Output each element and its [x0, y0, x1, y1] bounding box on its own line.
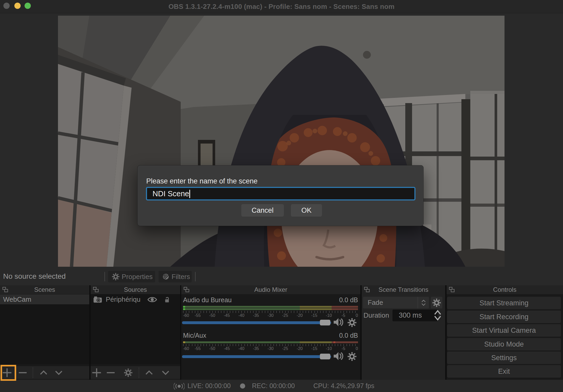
sources-toolbar — [91, 366, 180, 379]
source-label: Périphériqu — [106, 294, 145, 305]
dock-icon — [449, 287, 455, 293]
properties-button[interactable]: Properties — [108, 271, 155, 282]
speaker-icon[interactable] — [333, 317, 344, 327]
chevron-down-icon — [434, 315, 442, 321]
gear-icon[interactable] — [347, 318, 357, 327]
duration-label: Duration — [363, 309, 389, 322]
meter-tick-labels: -60-55-50-45-40-35-30-25-20-15-10-50 — [183, 346, 358, 351]
tick-label: -55 — [195, 313, 201, 318]
live-time: LIVE: 00:00:00 — [187, 380, 231, 392]
scene-move-up-button[interactable] — [38, 367, 49, 378]
rec-time: REC: 00:00:00 — [252, 380, 295, 392]
remove-source-button[interactable] — [105, 367, 116, 378]
tick-label: -50 — [209, 313, 215, 318]
audio-mixer-panel-header: Audio Mixer — [181, 285, 360, 294]
cancel-button[interactable]: Cancel — [241, 204, 284, 217]
chevron-up-icon — [39, 368, 48, 377]
duration-stepper[interactable] — [433, 309, 442, 322]
controls-panel-header: Controls — [447, 285, 563, 294]
remove-scene-button[interactable] — [17, 367, 28, 378]
filters-button[interactable]: Filters — [159, 271, 192, 282]
volume-row — [181, 353, 360, 360]
channel-name: Mic/Aux — [183, 332, 206, 339]
dialog-message: Please enter the name of the scene — [146, 177, 257, 185]
volume-slider[interactable] — [182, 355, 331, 358]
ok-button[interactable]: OK — [291, 204, 322, 217]
volume-slider-handle[interactable] — [320, 320, 330, 325]
source-move-down-button[interactable] — [160, 367, 171, 378]
sources-list: Périphériqu — [91, 294, 180, 364]
source-properties-button[interactable] — [122, 367, 134, 378]
minus-icon — [17, 367, 28, 378]
webcam-scene — [58, 16, 505, 267]
transition-settings-button[interactable] — [431, 297, 442, 308]
tick-label: -5 — [342, 346, 345, 351]
channel-name: Audio du Bureau — [183, 296, 232, 304]
scene-name-input[interactable]: NDI Scene — [146, 187, 415, 200]
tick-label: -55 — [195, 346, 201, 351]
text-caret — [189, 190, 190, 198]
studio-mode-button[interactable]: Studio Mode — [447, 338, 561, 351]
scene-name-dialog: Please enter the name of the scene NDI S… — [137, 165, 424, 226]
tick-label: -40 — [238, 346, 244, 351]
settings-button[interactable]: Settings — [447, 352, 561, 364]
scene-transitions-panel: Scene Transitions Fade Duration 300 ms — [362, 285, 445, 380]
meter-tick-labels: -60-55-50-45-40-35-30-25-20-15-10-50 — [183, 313, 358, 318]
lock-open-icon[interactable] — [163, 296, 171, 303]
source-move-up-button[interactable] — [143, 367, 155, 378]
plus-icon — [91, 367, 102, 378]
gear-icon[interactable] — [347, 352, 357, 361]
transition-select[interactable]: Fade — [363, 297, 429, 308]
tick-label: -50 — [209, 346, 215, 351]
record-dot-icon — [240, 383, 245, 389]
scenes-list: WebCam — [0, 294, 89, 364]
tick-label: -20 — [297, 313, 303, 318]
controls-panel: Controls Start Streaming Start Recording… — [447, 285, 563, 380]
chevron-down-icon — [161, 368, 170, 377]
scene-move-down-button[interactable] — [53, 367, 64, 378]
gear-icon — [432, 298, 441, 307]
gear-icon — [124, 368, 133, 377]
cpu-fps-stats: CPU: 4.2%,29.97 fps — [313, 380, 374, 392]
chevron-up-icon — [434, 310, 442, 315]
filter-icon — [162, 273, 169, 280]
tick-label: -35 — [253, 346, 259, 351]
selection-toolbar: No source selected Properties Filters — [0, 269, 563, 285]
webcam-preview[interactable] — [58, 16, 505, 267]
start-streaming-button[interactable]: Start Streaming — [447, 297, 561, 309]
speaker-icon[interactable] — [333, 351, 344, 361]
tick-label: -15 — [311, 346, 317, 351]
volume-slider[interactable] — [182, 321, 331, 324]
tick-label: -60 — [183, 346, 189, 351]
camera-icon — [93, 296, 102, 303]
dock-area: Scenes WebCam — [0, 285, 563, 380]
tick-label: -40 — [238, 313, 244, 318]
visibility-eye-icon[interactable] — [148, 296, 157, 303]
exit-button[interactable]: Exit — [447, 365, 561, 378]
scene-item-webcam[interactable]: WebCam — [0, 294, 89, 304]
source-item-video-capture[interactable]: Périphériqu — [91, 294, 180, 305]
title-bar: OBS 1.3.1-27.2.4-m100 (mac) - Profile: S… — [0, 0, 563, 13]
toolbar-separator — [195, 272, 196, 281]
scenes-panel-header: Scenes — [0, 285, 89, 294]
live-broadcast-icon — [174, 382, 185, 391]
tick-label: -25 — [282, 346, 288, 351]
toolbar-separator — [33, 367, 33, 378]
chevron-down-icon — [54, 368, 63, 377]
volume-row — [181, 319, 360, 326]
start-virtual-camera-button[interactable]: Start Virtual Camera — [447, 324, 561, 337]
start-recording-button[interactable]: Start Recording — [447, 311, 561, 323]
tick-label: -20 — [297, 346, 303, 351]
duration-spinner[interactable]: 300 ms — [392, 310, 438, 321]
annotation-highlight-box — [1, 365, 16, 381]
add-source-button[interactable] — [91, 367, 102, 378]
volume-slider-handle[interactable] — [320, 354, 330, 359]
dock-icon — [364, 287, 370, 293]
tick-label: -35 — [253, 313, 259, 318]
dock-icon — [183, 287, 190, 293]
sources-panel-header: Sources — [91, 285, 180, 294]
audio-mixer-panel: Audio Mixer Audio du Bureau 0.0 dB -60-5… — [181, 285, 360, 380]
tick-label: -45 — [224, 346, 230, 351]
duration-value: 300 ms — [399, 310, 422, 321]
scene-transitions-panel-header: Scene Transitions — [362, 285, 445, 294]
